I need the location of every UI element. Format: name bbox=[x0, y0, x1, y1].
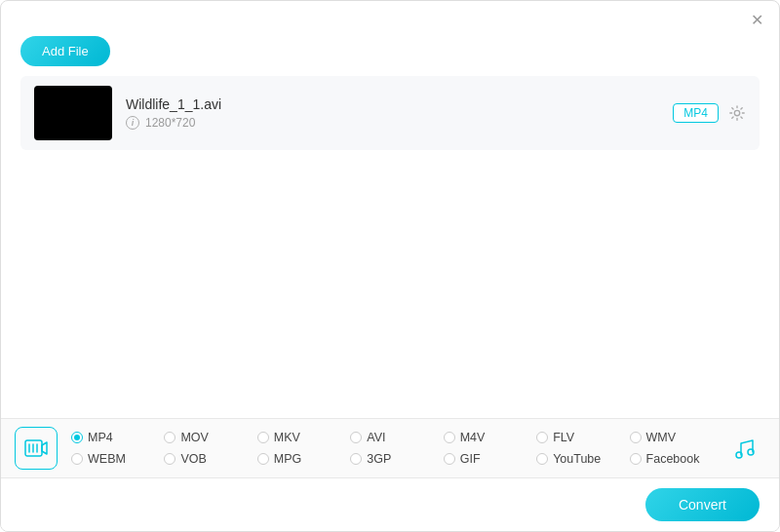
format-bar: MP4MOVMKVAVIM4VFLVWMVWEBMVOBMPG3GPGIFYou… bbox=[1, 418, 779, 477]
settings-button[interactable] bbox=[728, 104, 746, 122]
radio-m4v bbox=[444, 432, 455, 443]
radio-mp4 bbox=[71, 432, 83, 443]
file-meta: i 1280*720 bbox=[126, 116, 659, 130]
convert-button[interactable]: Convert bbox=[645, 488, 760, 521]
main-content bbox=[1, 223, 779, 418]
radio-mov bbox=[164, 432, 176, 443]
format-label-mpg: MPG bbox=[274, 452, 301, 466]
format-option-mov[interactable]: MOV bbox=[164, 431, 256, 444]
file-info: Wildlife_1_1.avi i 1280*720 bbox=[126, 96, 659, 130]
file-item: Wildlife_1_1.avi i 1280*720 MP4 bbox=[20, 76, 760, 150]
format-label-flv: FLV bbox=[553, 431, 574, 444]
close-button[interactable]: ✕ bbox=[748, 11, 765, 28]
format-option-wmv[interactable]: WMV bbox=[630, 431, 722, 444]
format-label-facebook: Facebook bbox=[646, 452, 700, 466]
format-option-webm[interactable]: WEBM bbox=[71, 452, 164, 466]
toolbar: Add File bbox=[1, 28, 779, 76]
format-option-youtube[interactable]: YouTube bbox=[536, 452, 629, 466]
action-bar: Convert bbox=[1, 477, 779, 531]
radio-youtube bbox=[536, 453, 548, 465]
radio-mkv bbox=[257, 432, 269, 443]
format-label-mp4: MP4 bbox=[88, 431, 113, 444]
radio-mpg bbox=[257, 453, 269, 465]
format-option-avi[interactable]: AVI bbox=[350, 431, 443, 444]
radio-3gp bbox=[350, 453, 362, 465]
radio-gif bbox=[444, 453, 455, 465]
file-actions: MP4 bbox=[673, 103, 746, 123]
file-list: Wildlife_1_1.avi i 1280*720 MP4 bbox=[1, 76, 779, 223]
format-label-avi: AVI bbox=[367, 431, 385, 444]
format-option-vob[interactable]: VOB bbox=[164, 452, 256, 466]
format-label-m4v: M4V bbox=[460, 431, 486, 444]
add-file-button[interactable]: Add File bbox=[20, 36, 110, 66]
svg-point-0 bbox=[734, 110, 739, 115]
radio-wmv bbox=[630, 432, 642, 443]
format-badge[interactable]: MP4 bbox=[673, 103, 719, 123]
title-bar: ✕ bbox=[1, 1, 779, 28]
format-option-facebook[interactable]: Facebook bbox=[630, 452, 722, 466]
video-format-icon[interactable] bbox=[15, 427, 58, 470]
format-label-youtube: YouTube bbox=[553, 452, 601, 466]
format-label-vob: VOB bbox=[180, 452, 206, 466]
format-label-3gp: 3GP bbox=[367, 452, 391, 466]
file-name: Wildlife_1_1.avi bbox=[126, 96, 659, 112]
format-label-mkv: MKV bbox=[274, 431, 300, 444]
audio-format-icon[interactable] bbox=[722, 427, 765, 470]
format-option-3gp[interactable]: 3GP bbox=[350, 452, 443, 466]
video-thumbnail bbox=[34, 86, 112, 140]
format-option-mp4[interactable]: MP4 bbox=[71, 431, 164, 444]
format-option-gif[interactable]: GIF bbox=[444, 452, 536, 466]
radio-facebook bbox=[630, 453, 642, 465]
format-option-mpg[interactable]: MPG bbox=[257, 452, 350, 466]
radio-avi bbox=[350, 432, 362, 443]
format-option-flv[interactable]: FLV bbox=[536, 431, 629, 444]
format-label-wmv: WMV bbox=[646, 431, 677, 444]
format-label-mov: MOV bbox=[180, 431, 208, 444]
radio-vob bbox=[164, 453, 176, 465]
file-resolution: 1280*720 bbox=[145, 116, 195, 130]
format-option-mkv[interactable]: MKV bbox=[257, 431, 350, 444]
format-label-gif: GIF bbox=[460, 452, 481, 466]
radio-webm bbox=[71, 453, 83, 465]
format-label-webm: WEBM bbox=[88, 452, 126, 466]
info-icon: i bbox=[126, 116, 139, 130]
app-window: ✕ Add File Wildlife_1_1.avi i 1280*720 M… bbox=[1, 1, 779, 531]
format-options: MP4MOVMKVAVIM4VFLVWMVWEBMVOBMPG3GPGIFYou… bbox=[71, 431, 722, 466]
radio-flv bbox=[536, 432, 548, 443]
format-option-m4v[interactable]: M4V bbox=[444, 431, 536, 444]
